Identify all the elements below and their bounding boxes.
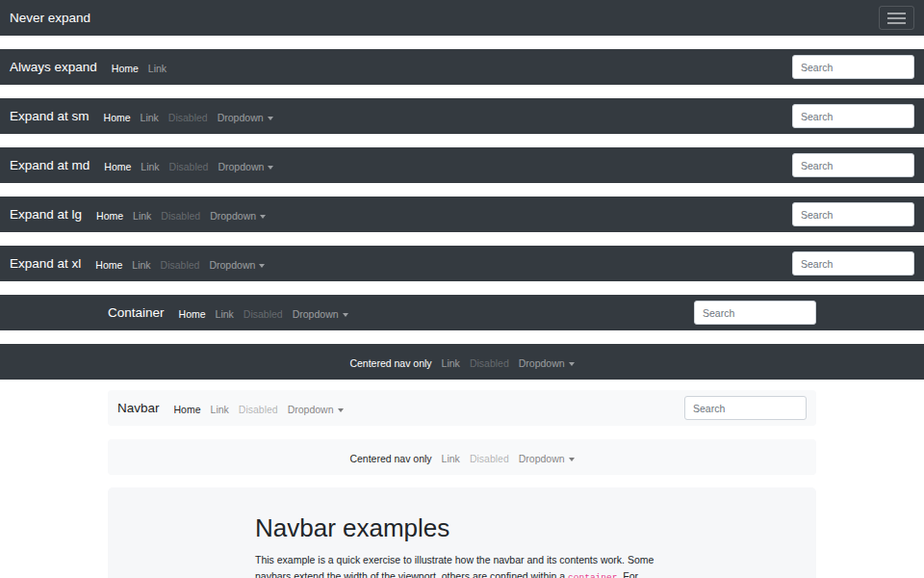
nav-link-centered-nav-only[interactable]: Centered nav only xyxy=(345,357,436,369)
navbar-expand-sm: Expand at sm Home Link Disabled Dropdown xyxy=(0,98,924,134)
nav-link-home[interactable]: Home xyxy=(107,63,143,74)
chevron-down-icon xyxy=(259,264,265,268)
search-input[interactable] xyxy=(792,55,914,79)
navbar-light: Navbar Home Link Disabled Dropdown xyxy=(108,390,816,426)
search-input[interactable] xyxy=(684,396,807,420)
search-input[interactable] xyxy=(694,301,816,325)
navbar-always-expand: Always expand Home Link xyxy=(0,49,924,85)
hero-panel: Navbar examples This example is a quick … xyxy=(108,487,816,578)
nav-dropdown-toggle[interactable]: Dropdown xyxy=(514,357,579,369)
brand-never-expand[interactable]: Never expand xyxy=(10,11,90,25)
nav-link-disabled: Disabled xyxy=(465,453,514,464)
nav-link-home[interactable]: Home xyxy=(169,404,206,415)
navbar-expand-md: Expand at md Home Link Disabled Dropdown xyxy=(0,147,924,183)
nav-link-link[interactable]: Link xyxy=(143,63,171,74)
search-input[interactable] xyxy=(792,251,914,276)
nav-dropdown-toggle[interactable]: Dropdown xyxy=(288,308,353,320)
nav-link-link[interactable]: Link xyxy=(437,357,465,369)
nav-link-disabled: Disabled xyxy=(465,357,514,369)
nav-link-home[interactable]: Home xyxy=(99,112,136,123)
hamburger-icon xyxy=(887,22,906,24)
nav-link-centered-nav-only[interactable]: Centered nav only xyxy=(345,453,436,464)
search-input[interactable] xyxy=(792,153,914,177)
nav-link-link[interactable]: Link xyxy=(136,161,164,172)
brand-always-expand[interactable]: Always expand xyxy=(10,60,97,74)
navbar-toggler-button[interactable] xyxy=(879,6,914,30)
page-title: Navbar examples xyxy=(255,513,671,543)
search-input[interactable] xyxy=(792,104,914,128)
nav-link-disabled: Disabled xyxy=(239,308,288,320)
nav-link-home[interactable]: Home xyxy=(174,308,211,320)
brand-expand-md[interactable]: Expand at md xyxy=(10,158,90,172)
search-input[interactable] xyxy=(792,202,914,226)
chevron-down-icon xyxy=(260,215,266,219)
hamburger-icon xyxy=(887,13,906,14)
nav-link-link[interactable]: Link xyxy=(211,308,239,320)
nav-dropdown-toggle[interactable]: Dropdown xyxy=(204,259,270,271)
nav-link-home[interactable]: Home xyxy=(91,210,128,222)
chevron-down-icon xyxy=(338,408,344,412)
brand-expand-xl[interactable]: Expand at xl xyxy=(10,256,81,271)
chevron-down-icon xyxy=(569,458,575,461)
nav-link-link[interactable]: Link xyxy=(437,453,465,464)
nav-link-link[interactable]: Link xyxy=(127,259,155,271)
chevron-down-icon xyxy=(268,166,273,170)
nav-link-home[interactable]: Home xyxy=(99,161,136,172)
chevron-down-icon xyxy=(343,313,348,317)
chevron-down-icon xyxy=(569,362,575,366)
navbar-expand-xl: Expand at xl Home Link Disabled Dropdown xyxy=(0,246,924,281)
hamburger-icon xyxy=(887,17,906,19)
nav-dropdown-toggle[interactable]: Dropdown xyxy=(283,404,348,415)
nav-link-home[interactable]: Home xyxy=(90,259,127,271)
brand-expand-sm[interactable]: Expand at sm xyxy=(10,109,90,123)
nav-dropdown-toggle[interactable]: Dropdown xyxy=(213,161,278,172)
nav-link-link[interactable]: Link xyxy=(128,210,156,222)
nav-link-disabled: Disabled xyxy=(164,112,213,123)
nav-link-disabled: Disabled xyxy=(156,259,205,271)
navbar-container: Container Home Link Disabled Dropdown xyxy=(0,295,924,330)
navbar-expand-lg: Expand at lg Home Link Disabled Dropdown xyxy=(0,197,924,232)
nav-dropdown-toggle[interactable]: Dropdown xyxy=(514,453,579,464)
nav-link-disabled: Disabled xyxy=(156,210,205,222)
nav-dropdown-toggle[interactable]: Dropdown xyxy=(205,210,270,222)
brand-navbar[interactable]: Navbar xyxy=(117,401,160,415)
navbar-light-centered: Centered nav only Link Disabled Dropdown xyxy=(108,439,816,475)
nav-dropdown-toggle[interactable]: Dropdown xyxy=(213,112,278,123)
nav-link-disabled: Disabled xyxy=(234,404,283,415)
chevron-down-icon xyxy=(268,117,273,120)
nav-link-link[interactable]: Link xyxy=(136,112,164,123)
nav-link-link[interactable]: Link xyxy=(206,404,234,415)
hero-intro-text: This example is a quick exercise to illu… xyxy=(255,552,671,578)
navbar-dark-centered: Centered nav only Link Disabled Dropdown xyxy=(0,344,924,380)
nav-link-disabled: Disabled xyxy=(165,161,214,172)
inline-code-container: container xyxy=(568,572,617,578)
brand-expand-lg[interactable]: Expand at lg xyxy=(10,207,82,222)
brand-container[interactable]: Container xyxy=(108,305,165,320)
navbar-never-expand: Never expand xyxy=(0,0,924,36)
